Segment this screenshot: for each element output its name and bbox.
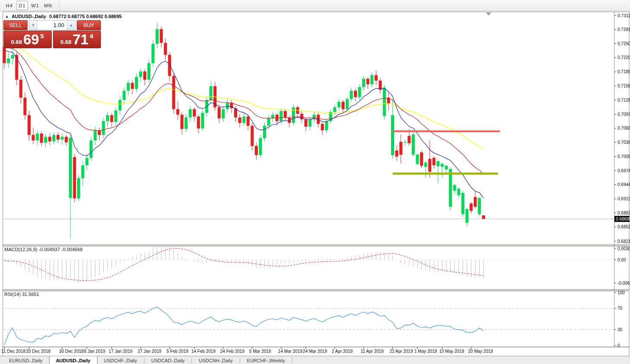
one-click-collapse-icon[interactable]: ▲ bbox=[5, 15, 9, 19]
svg-text:17 Jan 2019: 17 Jan 2019 bbox=[109, 349, 132, 354]
macd-indicator-label: MACD(12,26,9) -0.004937 -0.004568 bbox=[4, 247, 83, 252]
volume-increase-icon[interactable]: ▲ bbox=[67, 21, 75, 30]
macd-main-value: -0.004937 bbox=[38, 247, 60, 252]
svg-text:24 Mar 2019: 24 Mar 2019 bbox=[303, 349, 327, 354]
svg-text:0.69130: 0.69130 bbox=[617, 196, 630, 201]
svg-text:0.70050: 0.70050 bbox=[617, 154, 630, 159]
svg-text:70: 70 bbox=[617, 306, 623, 311]
rsi-name: RSI(14) bbox=[4, 292, 21, 297]
svg-text:0.73115: 0.73115 bbox=[617, 13, 630, 18]
svg-text:0.69440: 0.69440 bbox=[617, 182, 630, 187]
tab-usdcnh--daily[interactable]: USDCNH-,Daily bbox=[192, 356, 239, 364]
svg-text:0.68695: 0.68695 bbox=[616, 217, 630, 221]
svg-text:0.003035: 0.003035 bbox=[617, 246, 630, 251]
timeframe-button-mn[interactable]: MN bbox=[42, 1, 54, 10]
svg-text:1 May 2019: 1 May 2019 bbox=[414, 349, 437, 354]
svg-text:10 May 2019: 10 May 2019 bbox=[439, 349, 464, 354]
svg-text:0.70665: 0.70665 bbox=[617, 126, 630, 131]
timeframe-toolbar: H4D1W1MN bbox=[0, 0, 630, 11]
sell-price-prefix: 0.68 bbox=[11, 39, 22, 45]
sell-price-big: 69 bbox=[23, 32, 39, 47]
rsi-value: 31.5651 bbox=[22, 292, 39, 297]
svg-text:0.70970: 0.70970 bbox=[617, 112, 630, 117]
buy-price-display[interactable]: 0.68 71 4 bbox=[53, 31, 101, 48]
volume-input[interactable] bbox=[38, 21, 67, 30]
tab-usdchf--daily[interactable]: USDCHF-,Daily bbox=[97, 356, 144, 364]
svg-text:0.70360: 0.70360 bbox=[617, 140, 630, 145]
buy-price-prefix: 0.68 bbox=[60, 39, 71, 45]
svg-text:5 Mar 2019: 5 Mar 2019 bbox=[249, 349, 271, 354]
svg-text:27 Jan 2019: 27 Jan 2019 bbox=[138, 349, 161, 354]
svg-text:0.68825: 0.68825 bbox=[617, 211, 630, 215]
symbol-tab-bar: EURUSD-,DailyAUDUSD-,DailyUSDCHF-,DailyU… bbox=[0, 356, 630, 364]
timeframe-button-d1[interactable]: D1 bbox=[16, 1, 28, 10]
tab-eurchf--weekly[interactable]: EURCHF-,Weekly bbox=[241, 356, 291, 364]
chart-canvas[interactable]: 0.731150.728100.725050.722000.718900.715… bbox=[0, 0, 630, 364]
tab-separator bbox=[240, 358, 240, 363]
svg-text:0.71890: 0.71890 bbox=[617, 69, 630, 74]
svg-text:0.71280: 0.71280 bbox=[617, 98, 630, 103]
panel-splitter-2[interactable] bbox=[3, 289, 629, 291]
tab-audusd--daily[interactable]: AUDUSD-,Daily bbox=[49, 356, 97, 364]
svg-text:22 Apr 2019: 22 Apr 2019 bbox=[390, 349, 413, 354]
volume-decrease-icon[interactable]: ▼ bbox=[29, 21, 38, 30]
macd-name: MACD(12,26,9) bbox=[4, 247, 37, 252]
svg-text:0.72505: 0.72505 bbox=[617, 41, 630, 46]
tab-separator bbox=[191, 358, 192, 363]
chart-title: ▲ AUDUSD-,Daily 0.68772 0.68775 0.68692 … bbox=[5, 14, 122, 19]
one-click-trading-panel: SELL ▼ ▲ BUY 0.68 69 5 0.68 71 4 bbox=[3, 20, 101, 48]
svg-text:-0.00631: -0.00631 bbox=[617, 281, 630, 286]
svg-text:20 Dec 2018: 20 Dec 2018 bbox=[26, 349, 50, 354]
buy-price-big: 71 bbox=[72, 32, 88, 47]
buy-button[interactable]: BUY bbox=[77, 20, 101, 30]
volume-spinner: ▼ ▲ bbox=[29, 20, 75, 30]
svg-text:20 May 2019: 20 May 2019 bbox=[468, 349, 493, 354]
symbol-period-label: AUDUSD-,Daily bbox=[12, 14, 46, 19]
sell-price-pip: 5 bbox=[41, 32, 44, 40]
svg-text:0: 0 bbox=[617, 343, 620, 348]
svg-text:30: 30 bbox=[617, 327, 623, 332]
window-body bbox=[0, 11, 630, 364]
tab-usdcad--daily[interactable]: USDCAD-,Daily bbox=[145, 356, 191, 364]
panel-splitter-1[interactable] bbox=[3, 245, 629, 246]
svg-text:0.71585: 0.71585 bbox=[617, 84, 630, 88]
tab-separator bbox=[292, 358, 292, 363]
svg-text:0.72200: 0.72200 bbox=[617, 55, 630, 60]
sell-price-display[interactable]: 0.68 69 5 bbox=[3, 31, 52, 48]
svg-text:11 Apr 2019: 11 Apr 2019 bbox=[360, 349, 384, 354]
rsi-indicator-label: RSI(14) 31.5651 bbox=[4, 292, 39, 297]
svg-text:100: 100 bbox=[617, 290, 625, 295]
svg-text:14 Feb 2019: 14 Feb 2019 bbox=[191, 349, 216, 354]
tab-separator bbox=[144, 358, 144, 363]
svg-text:0.00: 0.00 bbox=[617, 258, 626, 262]
svg-text:14 Mar 2019: 14 Mar 2019 bbox=[278, 349, 303, 354]
buy-price-pip: 4 bbox=[90, 32, 93, 40]
svg-text:24 Feb 2019: 24 Feb 2019 bbox=[220, 349, 245, 354]
sell-button[interactable]: SELL bbox=[3, 20, 28, 30]
svg-text:0.68520: 0.68520 bbox=[617, 224, 630, 229]
svg-text:0.68210: 0.68210 bbox=[617, 239, 630, 244]
toolbar-separator bbox=[59, 2, 60, 9]
svg-text:30 Dec 2018: 30 Dec 2018 bbox=[59, 349, 84, 354]
timeframe-button-h4[interactable]: H4 bbox=[3, 1, 15, 10]
svg-text:11 Dec 2018: 11 Dec 2018 bbox=[1, 349, 25, 354]
svg-text:0.72810: 0.72810 bbox=[617, 27, 630, 32]
svg-text:0.69745: 0.69745 bbox=[617, 168, 630, 173]
svg-text:8 Jan 2019: 8 Jan 2019 bbox=[84, 349, 106, 354]
macd-signal-value: -0.004568 bbox=[61, 247, 83, 252]
timeframe-button-w1[interactable]: W1 bbox=[29, 1, 41, 10]
svg-text:5 Feb 2019: 5 Feb 2019 bbox=[166, 349, 188, 354]
tab-eurusd--daily[interactable]: EURUSD-,Daily bbox=[3, 356, 49, 364]
ohlc-values: 0.68772 0.68775 0.68692 0.68695 bbox=[49, 14, 122, 19]
svg-text:2 Apr 2019: 2 Apr 2019 bbox=[332, 349, 353, 354]
